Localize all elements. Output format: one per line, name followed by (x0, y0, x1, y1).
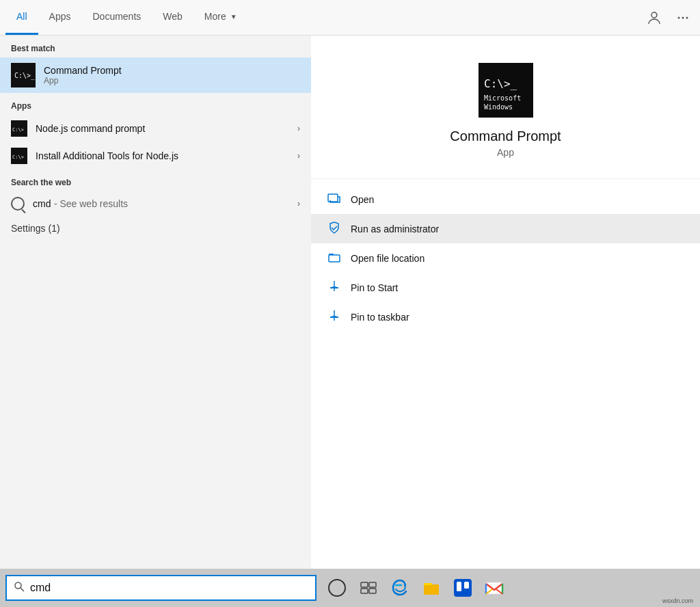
best-match-item[interactable]: C:\>_ Command Prompt App (0, 57, 311, 93)
task-view-icon (360, 579, 377, 597)
pin-start-label: Pin to Start (351, 282, 398, 293)
taskbar-search-box[interactable] (5, 575, 317, 601)
action-list: Open Run as administrator (311, 179, 700, 337)
svg-rect-16 (329, 255, 340, 262)
edge-button[interactable] (385, 573, 415, 603)
web-search-item[interactable]: cmd - See web results › (0, 191, 311, 216)
arrow-icon: › (297, 124, 300, 133)
tab-all[interactable]: All (5, 0, 38, 35)
open-label: Open (351, 194, 374, 205)
main-container: Best match C:\>_ Command Prompt App Apps… (0, 36, 700, 569)
nodejs-prompt-title: Node.js command prompt (36, 123, 297, 134)
nodejs-prompt-item[interactable]: C:\> Node.js command prompt › (0, 115, 311, 142)
svg-rect-31 (457, 582, 461, 591)
nav-tabs: All Apps Documents Web More ▼ (5, 0, 643, 35)
account-button[interactable] (643, 6, 666, 29)
svg-point-0 (651, 12, 657, 18)
web-search-text: cmd - See web results (33, 198, 128, 210)
tab-documents[interactable]: Documents (81, 0, 152, 35)
left-panel: Best match C:\>_ Command Prompt App Apps… (0, 36, 311, 569)
start-button[interactable] (322, 573, 352, 603)
trello-button[interactable] (448, 573, 478, 603)
svg-rect-24 (361, 582, 368, 587)
svg-rect-26 (361, 589, 368, 593)
tab-more[interactable]: More ▼ (193, 0, 248, 35)
pin-taskbar-icon (327, 309, 341, 325)
action-pin-taskbar[interactable]: Pin to taskbar (311, 302, 700, 332)
ellipsis-icon (675, 10, 690, 25)
svg-point-2 (682, 16, 684, 18)
open-location-label: Open file location (351, 253, 425, 264)
nodejs-tools-title: Install Additional Tools for Node.js (36, 150, 297, 161)
web-search-label: Search the web (0, 170, 311, 191)
file-explorer-icon (422, 578, 441, 597)
account-icon (647, 10, 662, 25)
gmail-button[interactable] (479, 573, 509, 603)
nodejs-prompt-icon: C:\> (11, 120, 27, 137)
svg-rect-29 (424, 583, 432, 585)
action-open-location[interactable]: Open file location (311, 243, 700, 273)
taskbar-search-icon (14, 581, 25, 595)
svg-rect-30 (454, 579, 472, 597)
action-pin-start[interactable]: Pin to Start (311, 273, 700, 302)
best-match-label: Best match (0, 36, 311, 57)
task-view-button[interactable] (353, 573, 383, 603)
file-location-icon (327, 250, 341, 266)
web-arrow-icon: › (297, 199, 300, 208)
watermark-badge: wsxdn.com (662, 597, 693, 604)
nodejs-prompt-text: Node.js command prompt (36, 123, 297, 134)
chevron-down-icon: ▼ (230, 13, 237, 21)
app-detail-header: C:\>_ Microsoft Windows Command Prompt A… (311, 36, 700, 179)
svg-rect-17 (330, 287, 338, 288)
svg-rect-32 (464, 582, 469, 589)
svg-point-21 (15, 582, 21, 589)
action-run-admin[interactable]: Run as administrator (311, 214, 700, 243)
command-prompt-icon: C:\>_ (11, 63, 36, 87)
svg-text:C:\>_: C:\>_ (484, 77, 517, 90)
more-options-button[interactable] (671, 6, 695, 29)
search-loop-icon (11, 197, 25, 211)
file-explorer-button[interactable] (416, 573, 446, 603)
tab-apps[interactable]: Apps (38, 0, 82, 35)
edge-icon (390, 578, 409, 597)
run-admin-label: Run as administrator (351, 224, 439, 234)
nodejs-tools-item[interactable]: C:\> Install Additional Tools for Node.j… (0, 142, 311, 170)
start-icon (327, 578, 347, 597)
tab-web[interactable]: Web (152, 0, 193, 35)
app-icon-large: C:\>_ Microsoft Windows (479, 63, 533, 118)
trello-icon (454, 579, 472, 597)
taskbar-search-input[interactable] (30, 582, 308, 594)
web-query: cmd (33, 198, 51, 209)
taskbar-icons (322, 573, 509, 603)
nodejs-tools-text: Install Additional Tools for Node.js (36, 150, 297, 161)
svg-text:C:\>: C:\> (12, 127, 24, 133)
nav-actions (643, 6, 695, 29)
svg-rect-14 (328, 194, 338, 202)
app-detail-type: App (497, 147, 514, 158)
app-detail-name: Command Prompt (450, 129, 561, 144)
svg-rect-19 (330, 316, 338, 318)
web-sub: - See web results (54, 198, 128, 209)
best-match-title: Command Prompt (44, 65, 300, 76)
pin-taskbar-label: Pin to taskbar (351, 312, 409, 323)
svg-text:C:\>_: C:\>_ (14, 72, 36, 80)
arrow-icon-2: › (297, 151, 300, 161)
svg-text:Microsoft: Microsoft (484, 94, 521, 102)
gmail-icon (485, 578, 504, 597)
svg-point-3 (686, 16, 688, 18)
taskbar: wsxdn.com (0, 569, 700, 607)
svg-point-23 (329, 580, 345, 596)
action-open[interactable]: Open (311, 185, 700, 214)
svg-text:Windows: Windows (484, 103, 513, 111)
shield-icon (327, 221, 341, 237)
best-match-subtitle: App (44, 76, 300, 85)
svg-point-1 (678, 16, 680, 18)
svg-rect-27 (369, 589, 376, 593)
open-icon (327, 191, 341, 207)
best-match-text: Command Prompt App (44, 65, 300, 85)
right-panel: C:\>_ Microsoft Windows Command Prompt A… (311, 36, 700, 569)
svg-line-22 (21, 588, 24, 591)
settings-label: Settings (1) (0, 216, 311, 238)
nodejs-tools-icon: C:\> (11, 148, 27, 164)
top-nav: All Apps Documents Web More ▼ (0, 0, 700, 36)
